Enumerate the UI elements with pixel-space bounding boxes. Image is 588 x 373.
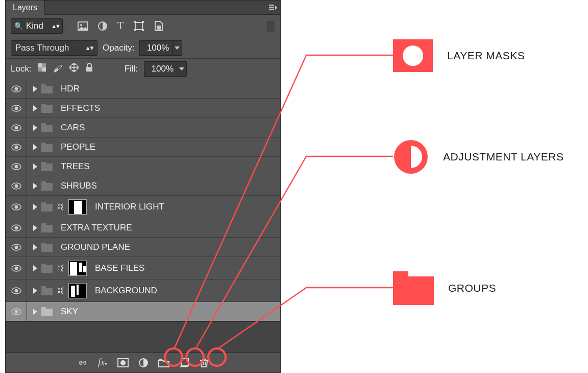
panel-menu-button[interactable] bbox=[266, 5, 280, 11]
svg-rect-10 bbox=[38, 63, 42, 67]
disclosure-triangle-icon[interactable] bbox=[33, 125, 37, 131]
filter-shape-icon[interactable] bbox=[134, 21, 144, 31]
disclosure-triangle-icon[interactable] bbox=[33, 244, 37, 250]
add-mask-button[interactable] bbox=[117, 358, 129, 367]
add-adjustment-button[interactable] bbox=[139, 358, 148, 367]
folder-icon bbox=[41, 223, 53, 232]
layer-name[interactable]: INTERIOR LIGHT bbox=[95, 202, 164, 212]
visibility-toggle[interactable] bbox=[6, 157, 27, 176]
add-group-button[interactable] bbox=[158, 358, 169, 367]
disclosure-triangle-icon[interactable] bbox=[33, 204, 37, 210]
layer-name[interactable]: BACKGROUND bbox=[95, 286, 157, 296]
opacity-label: Opacity: bbox=[103, 43, 134, 53]
annotation-adjustment-layers: ADJUSTMENT LAYERS bbox=[393, 139, 564, 175]
layer-name[interactable]: SKY bbox=[61, 307, 78, 317]
disclosure-triangle-icon[interactable] bbox=[33, 144, 37, 150]
fill-dropdown-button[interactable] bbox=[177, 61, 187, 77]
lock-all-icon[interactable] bbox=[86, 63, 93, 75]
layer-row[interactable]: ⛓BACKGROUND bbox=[6, 279, 280, 302]
visibility-toggle[interactable] bbox=[6, 99, 27, 118]
filter-image-icon[interactable] bbox=[78, 21, 88, 31]
eye-icon bbox=[11, 182, 21, 190]
svg-point-30 bbox=[14, 245, 18, 249]
layer-row[interactable]: GROUND PLANE bbox=[6, 238, 280, 257]
disclosure-triangle-icon[interactable] bbox=[33, 86, 37, 92]
layer-body: EXTRA TEXTURE bbox=[27, 218, 280, 237]
visibility-toggle[interactable] bbox=[6, 137, 27, 156]
lock-move-icon[interactable] bbox=[69, 63, 79, 75]
eye-icon bbox=[11, 224, 21, 231]
disclosure-triangle-icon[interactable] bbox=[33, 164, 37, 170]
svg-rect-40 bbox=[159, 359, 162, 360]
disclosure-triangle-icon[interactable] bbox=[33, 288, 37, 294]
disclosure-triangle-icon[interactable] bbox=[33, 225, 37, 231]
visibility-toggle[interactable] bbox=[6, 79, 27, 98]
layer-row[interactable]: TREES bbox=[6, 157, 280, 176]
filter-toggle-switch[interactable] bbox=[266, 20, 275, 32]
disclosure-triangle-icon[interactable] bbox=[33, 265, 37, 271]
link-icon: ⛓ bbox=[57, 264, 64, 272]
layer-row[interactable]: PEOPLE bbox=[6, 137, 280, 157]
layers-tab[interactable]: Layers bbox=[6, 1, 45, 15]
link-layers-button[interactable] bbox=[78, 359, 88, 366]
chevron-updown-icon: ▲▼ bbox=[85, 44, 93, 52]
layer-mask-thumbnail[interactable] bbox=[68, 261, 87, 276]
layer-name[interactable]: CARS bbox=[61, 123, 85, 133]
layer-row[interactable]: ⛓INTERIOR LIGHT bbox=[6, 196, 280, 218]
visibility-toggle[interactable] bbox=[6, 279, 27, 301]
visibility-toggle[interactable] bbox=[6, 238, 27, 257]
visibility-toggle[interactable] bbox=[6, 257, 27, 279]
layer-row[interactable]: ⛓BASE FILES bbox=[6, 257, 280, 279]
chevron-down-icon bbox=[179, 67, 184, 71]
delete-layer-button[interactable] bbox=[200, 358, 208, 367]
link-icon: ⛓ bbox=[57, 202, 64, 211]
opacity-dropdown-button[interactable] bbox=[172, 40, 182, 56]
eye-icon bbox=[11, 124, 21, 131]
lock-transparency-icon[interactable] bbox=[38, 63, 46, 74]
disclosure-triangle-icon[interactable] bbox=[33, 309, 37, 315]
layer-body: CARS bbox=[27, 118, 280, 137]
layer-name[interactable]: PEOPLE bbox=[61, 142, 95, 152]
layer-mask-thumbnail[interactable] bbox=[68, 199, 87, 215]
layer-row[interactable]: SKY bbox=[6, 302, 280, 321]
folder-icon bbox=[41, 84, 53, 94]
layer-row[interactable]: SHRUBS bbox=[6, 176, 280, 196]
layer-name[interactable]: EXTRA TEXTURE bbox=[61, 223, 132, 233]
annotation-label: LAYER MASKS bbox=[447, 50, 525, 62]
layer-name[interactable]: SHRUBS bbox=[61, 181, 97, 191]
blend-mode-select[interactable]: Pass Through ▲▼ bbox=[11, 40, 97, 56]
layer-name[interactable]: GROUND PLANE bbox=[61, 242, 130, 252]
opacity-input[interactable] bbox=[139, 40, 172, 56]
layer-body: HDR bbox=[27, 79, 280, 98]
visibility-toggle[interactable] bbox=[6, 302, 27, 321]
filter-adjustment-icon[interactable] bbox=[98, 21, 107, 31]
new-layer-button[interactable] bbox=[180, 358, 190, 367]
layer-name[interactable]: EFFECTS bbox=[61, 103, 100, 113]
visibility-toggle[interactable] bbox=[6, 118, 27, 137]
layer-name[interactable]: BASE FILES bbox=[95, 263, 144, 273]
visibility-toggle[interactable] bbox=[6, 218, 27, 237]
filter-text-icon[interactable]: T bbox=[117, 20, 124, 32]
filter-smartobject-icon[interactable] bbox=[154, 21, 163, 31]
layer-row[interactable]: CARS bbox=[6, 118, 280, 137]
layer-name[interactable]: TREES bbox=[61, 161, 90, 172]
layer-row[interactable]: HDR bbox=[6, 79, 280, 99]
fill-input[interactable] bbox=[144, 61, 177, 77]
chevron-down-icon bbox=[175, 46, 180, 50]
svg-point-14 bbox=[14, 87, 18, 90]
svg-rect-4 bbox=[134, 21, 136, 23]
visibility-toggle[interactable] bbox=[6, 176, 27, 195]
disclosure-triangle-icon[interactable] bbox=[33, 183, 37, 189]
eye-icon bbox=[11, 244, 21, 251]
layer-mask-thumbnail[interactable] bbox=[68, 283, 87, 298]
annotation-label: GROUPS bbox=[448, 282, 496, 294]
layer-row[interactable]: EFFECTS bbox=[6, 99, 280, 118]
lock-brush-icon[interactable]: 🖌 bbox=[53, 63, 62, 74]
visibility-toggle[interactable] bbox=[6, 196, 27, 218]
filter-kind-select[interactable]: 🔍 Kind ▲▼ bbox=[11, 18, 63, 34]
layer-row[interactable]: EXTRA TEXTURE bbox=[6, 218, 280, 238]
layers-tab-label: Layers bbox=[13, 3, 37, 12]
layer-style-button[interactable]: fx▾ bbox=[98, 357, 107, 368]
layer-name[interactable]: HDR bbox=[61, 84, 80, 94]
disclosure-triangle-icon[interactable] bbox=[33, 105, 37, 111]
